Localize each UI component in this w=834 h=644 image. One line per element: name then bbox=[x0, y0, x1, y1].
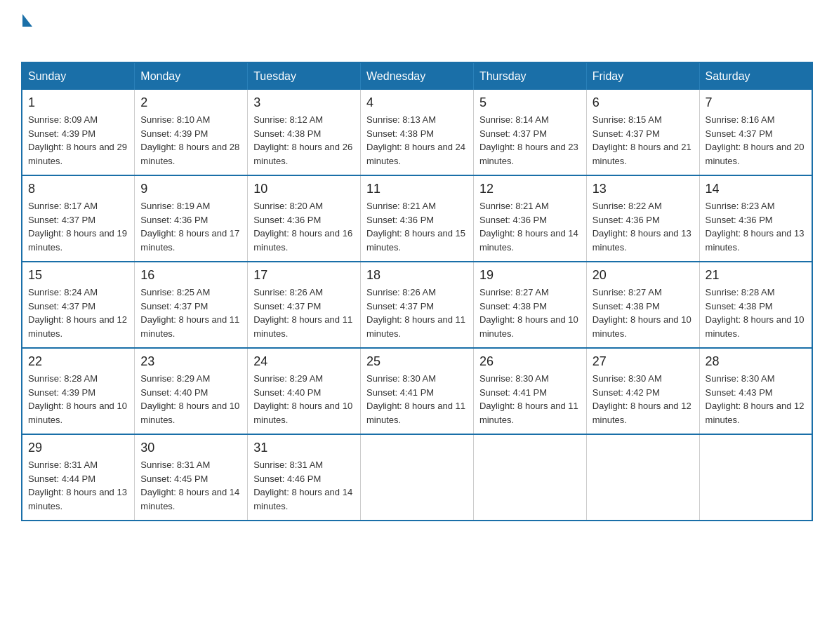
day-info: Sunrise: 8:26 AMSunset: 4:37 PMDaylight:… bbox=[253, 287, 352, 339]
calendar-cell: 30 Sunrise: 8:31 AMSunset: 4:45 PMDaylig… bbox=[135, 434, 248, 521]
day-number: 29 bbox=[28, 441, 128, 455]
day-info: Sunrise: 8:21 AMSunset: 4:36 PMDaylight:… bbox=[366, 201, 465, 253]
logo bbox=[21, 14, 32, 48]
weekday-header-saturday: Saturday bbox=[699, 62, 812, 90]
day-info: Sunrise: 8:12 AMSunset: 4:38 PMDaylight:… bbox=[253, 114, 352, 166]
day-number: 18 bbox=[366, 268, 468, 283]
calendar-header-row: SundayMondayTuesdayWednesdayThursdayFrid… bbox=[22, 62, 812, 90]
calendar-cell: 7 Sunrise: 8:16 AMSunset: 4:37 PMDayligh… bbox=[699, 90, 812, 175]
day-info: Sunrise: 8:26 AMSunset: 4:37 PMDaylight:… bbox=[366, 287, 465, 339]
calendar-cell: 31 Sunrise: 8:31 AMSunset: 4:46 PMDaylig… bbox=[248, 434, 361, 521]
day-number: 3 bbox=[253, 95, 355, 110]
day-number: 23 bbox=[140, 354, 241, 369]
calendar-cell: 27 Sunrise: 8:30 AMSunset: 4:42 PMDaylig… bbox=[586, 348, 699, 434]
day-info: Sunrise: 8:16 AMSunset: 4:37 PMDaylight:… bbox=[706, 114, 805, 166]
weekday-header-thursday: Thursday bbox=[473, 62, 586, 90]
calendar-week-row: 1 Sunrise: 8:09 AMSunset: 4:39 PMDayligh… bbox=[22, 90, 812, 175]
calendar-cell: 21 Sunrise: 8:28 AMSunset: 4:38 PMDaylig… bbox=[699, 262, 812, 348]
day-info: Sunrise: 8:31 AMSunset: 4:44 PMDaylight:… bbox=[28, 459, 127, 511]
day-number: 8 bbox=[28, 182, 128, 196]
calendar-cell: 25 Sunrise: 8:30 AMSunset: 4:41 PMDaylig… bbox=[361, 348, 474, 434]
weekday-header-wednesday: Wednesday bbox=[361, 62, 474, 90]
day-number: 13 bbox=[593, 182, 694, 196]
weekday-header-friday: Friday bbox=[586, 62, 699, 90]
calendar-cell: 28 Sunrise: 8:30 AMSunset: 4:43 PMDaylig… bbox=[699, 348, 812, 434]
day-number: 28 bbox=[706, 354, 806, 369]
day-info: Sunrise: 8:29 AMSunset: 4:40 PMDaylight:… bbox=[253, 373, 352, 425]
calendar-week-row: 8 Sunrise: 8:17 AMSunset: 4:37 PMDayligh… bbox=[22, 175, 812, 262]
calendar-cell: 15 Sunrise: 8:24 AMSunset: 4:37 PMDaylig… bbox=[22, 262, 135, 348]
day-info: Sunrise: 8:28 AMSunset: 4:38 PMDaylight:… bbox=[706, 287, 805, 339]
day-number: 30 bbox=[140, 441, 241, 455]
day-number: 20 bbox=[593, 268, 694, 283]
day-info: Sunrise: 8:13 AMSunset: 4:38 PMDaylight:… bbox=[366, 114, 465, 166]
calendar-cell: 24 Sunrise: 8:29 AMSunset: 4:40 PMDaylig… bbox=[248, 348, 361, 434]
day-number: 27 bbox=[593, 354, 694, 369]
day-number: 15 bbox=[28, 268, 128, 283]
page-header bbox=[21, 14, 813, 48]
calendar-week-row: 29 Sunrise: 8:31 AMSunset: 4:44 PMDaylig… bbox=[22, 434, 812, 521]
calendar-cell: 20 Sunrise: 8:27 AMSunset: 4:38 PMDaylig… bbox=[586, 262, 699, 348]
calendar-cell: 11 Sunrise: 8:21 AMSunset: 4:36 PMDaylig… bbox=[361, 175, 474, 262]
calendar-cell: 5 Sunrise: 8:14 AMSunset: 4:37 PMDayligh… bbox=[473, 90, 586, 175]
calendar-week-row: 15 Sunrise: 8:24 AMSunset: 4:37 PMDaylig… bbox=[22, 262, 812, 348]
calendar-cell: 12 Sunrise: 8:21 AMSunset: 4:36 PMDaylig… bbox=[473, 175, 586, 262]
day-number: 4 bbox=[366, 95, 468, 110]
day-number: 2 bbox=[140, 95, 241, 110]
calendar-cell bbox=[586, 434, 699, 521]
calendar-cell: 2 Sunrise: 8:10 AMSunset: 4:39 PMDayligh… bbox=[135, 90, 248, 175]
day-info: Sunrise: 8:09 AMSunset: 4:39 PMDaylight:… bbox=[28, 114, 127, 166]
day-number: 17 bbox=[253, 268, 355, 283]
weekday-header-tuesday: Tuesday bbox=[248, 62, 361, 90]
day-number: 10 bbox=[253, 182, 355, 196]
day-info: Sunrise: 8:20 AMSunset: 4:36 PMDaylight:… bbox=[253, 201, 352, 253]
day-info: Sunrise: 8:25 AMSunset: 4:37 PMDaylight:… bbox=[140, 287, 239, 339]
day-info: Sunrise: 8:31 AMSunset: 4:46 PMDaylight:… bbox=[253, 459, 352, 511]
day-info: Sunrise: 8:22 AMSunset: 4:36 PMDaylight:… bbox=[593, 201, 691, 253]
day-info: Sunrise: 8:10 AMSunset: 4:39 PMDaylight:… bbox=[140, 114, 239, 166]
calendar-week-row: 22 Sunrise: 8:28 AMSunset: 4:39 PMDaylig… bbox=[22, 348, 812, 434]
day-info: Sunrise: 8:24 AMSunset: 4:37 PMDaylight:… bbox=[28, 287, 127, 339]
calendar-cell: 19 Sunrise: 8:27 AMSunset: 4:38 PMDaylig… bbox=[473, 262, 586, 348]
day-number: 22 bbox=[28, 354, 128, 369]
weekday-header-monday: Monday bbox=[135, 62, 248, 90]
calendar-cell: 8 Sunrise: 8:17 AMSunset: 4:37 PMDayligh… bbox=[22, 175, 135, 262]
day-info: Sunrise: 8:23 AMSunset: 4:36 PMDaylight:… bbox=[706, 201, 805, 253]
weekday-header-sunday: Sunday bbox=[22, 62, 135, 90]
day-info: Sunrise: 8:21 AMSunset: 4:36 PMDaylight:… bbox=[479, 201, 578, 253]
calendar-cell: 29 Sunrise: 8:31 AMSunset: 4:44 PMDaylig… bbox=[22, 434, 135, 521]
day-number: 5 bbox=[479, 95, 581, 110]
calendar-cell: 3 Sunrise: 8:12 AMSunset: 4:38 PMDayligh… bbox=[248, 90, 361, 175]
day-info: Sunrise: 8:27 AMSunset: 4:38 PMDaylight:… bbox=[479, 287, 578, 339]
calendar-cell: 9 Sunrise: 8:19 AMSunset: 4:36 PMDayligh… bbox=[135, 175, 248, 262]
calendar-cell: 26 Sunrise: 8:30 AMSunset: 4:41 PMDaylig… bbox=[473, 348, 586, 434]
day-number: 19 bbox=[479, 268, 581, 283]
day-info: Sunrise: 8:14 AMSunset: 4:37 PMDaylight:… bbox=[479, 114, 578, 166]
day-number: 1 bbox=[28, 95, 128, 110]
day-number: 31 bbox=[253, 441, 355, 455]
calendar-cell: 17 Sunrise: 8:26 AMSunset: 4:37 PMDaylig… bbox=[248, 262, 361, 348]
calendar-table: SundayMondayTuesdayWednesdayThursdayFrid… bbox=[21, 62, 813, 521]
calendar-cell: 22 Sunrise: 8:28 AMSunset: 4:39 PMDaylig… bbox=[22, 348, 135, 434]
day-number: 11 bbox=[366, 182, 468, 196]
day-info: Sunrise: 8:30 AMSunset: 4:41 PMDaylight:… bbox=[366, 373, 465, 425]
day-number: 7 bbox=[706, 95, 806, 110]
day-info: Sunrise: 8:17 AMSunset: 4:37 PMDaylight:… bbox=[28, 201, 127, 253]
day-info: Sunrise: 8:30 AMSunset: 4:42 PMDaylight:… bbox=[593, 373, 691, 425]
calendar-cell bbox=[473, 434, 586, 521]
calendar-cell: 14 Sunrise: 8:23 AMSunset: 4:36 PMDaylig… bbox=[699, 175, 812, 262]
day-number: 12 bbox=[479, 182, 581, 196]
calendar-cell: 10 Sunrise: 8:20 AMSunset: 4:36 PMDaylig… bbox=[248, 175, 361, 262]
calendar-cell: 13 Sunrise: 8:22 AMSunset: 4:36 PMDaylig… bbox=[586, 175, 699, 262]
day-number: 24 bbox=[253, 354, 355, 369]
day-info: Sunrise: 8:29 AMSunset: 4:40 PMDaylight:… bbox=[140, 373, 239, 425]
calendar-cell: 6 Sunrise: 8:15 AMSunset: 4:37 PMDayligh… bbox=[586, 90, 699, 175]
day-info: Sunrise: 8:28 AMSunset: 4:39 PMDaylight:… bbox=[28, 373, 127, 425]
calendar-cell: 18 Sunrise: 8:26 AMSunset: 4:37 PMDaylig… bbox=[361, 262, 474, 348]
day-number: 21 bbox=[706, 268, 806, 283]
day-number: 16 bbox=[140, 268, 241, 283]
day-info: Sunrise: 8:27 AMSunset: 4:38 PMDaylight:… bbox=[593, 287, 691, 339]
day-info: Sunrise: 8:15 AMSunset: 4:37 PMDaylight:… bbox=[593, 114, 691, 166]
day-number: 25 bbox=[366, 354, 468, 369]
day-number: 9 bbox=[140, 182, 241, 196]
